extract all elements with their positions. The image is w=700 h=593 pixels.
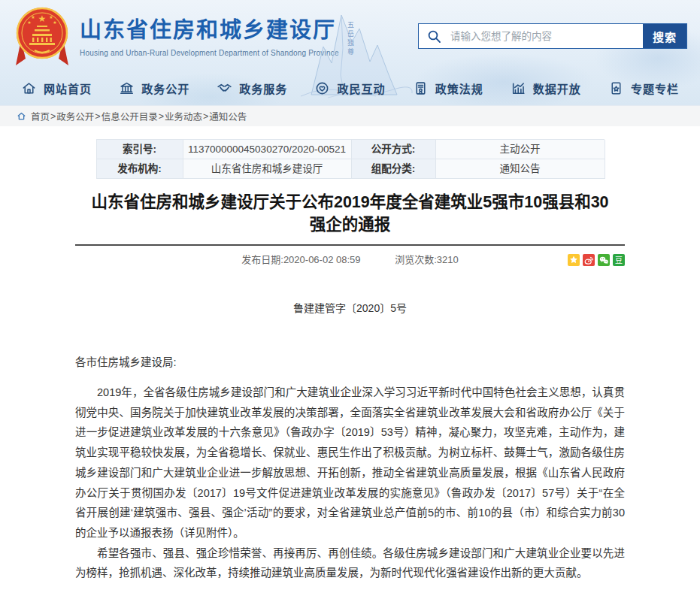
breadcrumb-item-business-news[interactable]: 业务动态 [165,109,202,123]
breadcrumb-home-icon [17,111,26,121]
svg-text:★: ★ [53,20,56,25]
site-titles: 山东省住房和城乡建设厅 Housing and Urban-Rural Deve… [80,12,339,57]
breadcrumb-item-notices[interactable]: 通知公告 [209,109,247,123]
info-label-issuer: 发布机构: [97,159,183,179]
document-body: 各市住房城乡建设局: 2019年，全省各级住房城乡建设部门和广大建筑业企业深入学… [75,352,625,593]
weibo-share-icon[interactable] [583,254,595,266]
mountain-inscription: 五岳独尊 [346,21,356,57]
nav-item-label: 专题专栏 [631,80,679,96]
nav-item-open-data[interactable]: 数据开放 [511,80,581,96]
nav-item-label: 政务服务 [239,80,287,96]
site-title: 山东省住房和城乡建设厅 [80,12,339,44]
svg-text:★: ★ [27,20,31,25]
title-divider [75,244,625,246]
article-title: 山东省住房和城乡建设厅关于公布2019年度全省建筑业5强市10强县和30强企的通… [87,191,614,236]
svg-text:★: ★ [38,14,47,24]
nav-item-home[interactable]: 网站首页 [21,80,92,96]
article-meta: 发布日期:2020-06-02 08:59 浏览次数:3210 [75,253,625,267]
breadcrumb-separator: > [203,111,208,122]
site-title-english: Housing and Urban-Rural Development Depa… [80,49,339,57]
nav-item-label: 政策法规 [435,80,483,96]
search-bar: 搜索 [418,23,687,49]
info-label-open-mode: 公开方式: [352,140,436,159]
info-value-category: 通知公告 [436,159,605,179]
main-nav: 网站首页 政务公开 政务服务 [0,71,700,105]
banner: ★ ★ ★ ★ ★ 山东省住房和城乡 [0,0,700,71]
article-content: 索引号: 113700000045030270/2020-00521 公开方式:… [0,126,700,593]
body-paragraph-2: 希望各强市、强县、强企珍惜荣誉、再接再厉、再创佳绩。各级住房城乡建设部门和广大建… [75,543,625,583]
heart-circle-icon [314,80,330,96]
share-buttons: 豆 [568,254,625,266]
home-icon [21,80,37,96]
nav-item-public-interaction[interactable]: 政民互动 [314,80,385,96]
publish-date: 发布日期:2020-06-02 08:59 [241,254,360,265]
site-header: ★ ★ ★ ★ ★ 山东省住房和城乡 [0,0,700,105]
svg-text:★: ★ [49,15,53,20]
search-button[interactable]: 搜索 [643,24,686,48]
national-emblem-logo: ★ ★ ★ ★ ★ [14,4,71,68]
info-label-index: 索引号: [97,140,183,159]
svg-text:★: ★ [31,15,35,20]
body-paragraph-1: 2019年，全省各级住房城乡建设部门和广大建筑业企业深入学习习近平新时代中国特色… [75,383,625,543]
nav-item-policies-regulations[interactable]: 政策法规 [413,80,483,96]
breadcrumb-item-gov-open[interactable]: 政务公开 [56,109,94,123]
info-label-category: 组配分类: [352,159,436,179]
document-number: 鲁建建管字〔2020〕5号 [0,300,700,315]
salutation: 各市住房城乡建设局: [75,352,625,373]
nav-item-label: 政务公开 [141,80,189,96]
document-info-table: 索引号: 113700000045030270/2020-00521 公开方式:… [96,139,605,179]
nav-item-gov-services[interactable]: 政务服务 [217,80,287,96]
breadcrumb-separator: > [95,111,100,122]
government-building-icon [119,80,135,96]
breadcrumb-item-info-catalog[interactable]: 信息公开目录 [102,109,158,123]
star-document-icon [608,80,624,96]
wechat-share-icon[interactable] [598,254,610,266]
info-value-open-mode: 主动公开 [436,140,605,159]
policy-document-icon [413,80,429,96]
qzone-share-icon[interactable] [568,254,580,266]
nav-item-label: 政民互动 [337,80,385,96]
breadcrumb-separator: > [159,111,164,122]
page: ★ ★ ★ ★ ★ 山东省住房和城乡 [0,0,700,593]
handshake-icon [217,80,232,96]
breadcrumb: 首页 > 政务公开 > 信息公开目录 > 业务动态 > 通知公告 [0,105,700,126]
info-value-issuer: 山东省住房和城乡建设厅 [183,159,352,179]
nav-item-special-topics[interactable]: 专题专栏 [608,80,679,96]
douban-share-icon[interactable]: 豆 [613,254,625,266]
view-count: 浏览次数:3210 [395,254,459,265]
breadcrumb-separator: > [50,111,56,122]
breadcrumb-item-home[interactable]: 首页 [31,109,50,123]
bar-chart-icon [511,80,526,96]
info-value-index: 113700000045030270/2020-00521 [183,140,352,159]
svg-text:豆: 豆 [615,256,623,265]
search-input[interactable] [449,24,643,48]
nav-item-label: 网站首页 [44,80,92,96]
nav-item-label: 数据开放 [533,80,581,96]
search-icon [419,24,449,48]
nav-item-gov-open[interactable]: 政务公开 [119,80,189,96]
